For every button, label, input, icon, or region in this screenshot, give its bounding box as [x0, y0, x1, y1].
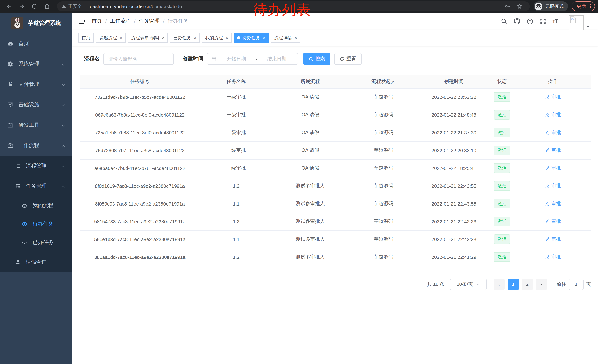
- url-host: dashboard.yudao.iocoder.cn: [90, 4, 150, 9]
- gear-icon: [8, 61, 13, 67]
- tab-form-edit[interactable]: 流程表单-编辑×: [128, 33, 168, 43]
- incognito-icon: [535, 2, 542, 10]
- fullscreen-icon[interactable]: [540, 18, 546, 24]
- goto-page-input[interactable]: [569, 279, 583, 290]
- tab-todo-tasks[interactable]: 待办任务×: [234, 33, 269, 43]
- prev-page-button[interactable]: ‹: [493, 279, 505, 290]
- approve-link[interactable]: 审批: [545, 236, 561, 243]
- breadcrumb-task-mgmt[interactable]: 任务管理: [139, 18, 160, 24]
- avatar[interactable]: [569, 15, 583, 30]
- page-button-2[interactable]: 2: [522, 279, 533, 290]
- sidebar-item-home[interactable]: 首页: [0, 33, 72, 54]
- avatar-dropdown-caret-icon[interactable]: [586, 25, 590, 28]
- dashboard-icon: [8, 40, 13, 47]
- start-date-placeholder[interactable]: 开始日期: [219, 56, 254, 62]
- page-button-1[interactable]: 1: [507, 279, 519, 290]
- reload-icon[interactable]: [30, 1, 39, 11]
- total-count: 共 16 条: [427, 281, 445, 288]
- main-panel: 首页 / 工作流程 / 任务管理 / 待办任务: [72, 13, 598, 364]
- status-badge: 激活: [494, 199, 510, 209]
- help-icon[interactable]: [527, 18, 533, 24]
- sidebar-item-done-tasks[interactable]: 已办任务: [0, 233, 72, 252]
- tab-close-icon[interactable]: ×: [263, 36, 265, 40]
- date-range-picker[interactable]: 开始日期 - 结束日期: [207, 53, 298, 65]
- sidebar-item-system[interactable]: 系统管理: [0, 54, 72, 74]
- home-icon[interactable]: [42, 1, 52, 11]
- cell-create-time: 2022-01-21 22:42:23: [419, 212, 489, 230]
- browser-menu-dots-icon[interactable]: •••: [589, 4, 592, 8]
- sidebar-item-process-mgmt[interactable]: 流程管理: [0, 155, 72, 176]
- tab-close-icon[interactable]: ×: [162, 36, 165, 40]
- process-name-input[interactable]: [103, 53, 174, 65]
- tab-start-process[interactable]: 发起流程×: [96, 33, 126, 43]
- tab-close-icon[interactable]: ×: [295, 36, 297, 40]
- screen: 不安全 dashboard.yudao.iocoder.cn/bpm/task/…: [0, 0, 598, 364]
- incognito-label: 无痕模式: [545, 3, 564, 9]
- page-content: 流程名 创建时间 开始日期 - 结束日期 搜索: [72, 46, 598, 290]
- cell-task-name: 1.2: [200, 248, 272, 266]
- approve-link[interactable]: 审批: [545, 147, 561, 154]
- cell-task-id: 75d72608-7b7f-11ec-a3c8-acde48001122: [80, 141, 200, 159]
- approve-link[interactable]: 审批: [545, 183, 561, 189]
- url-path: /bpm/task/todo: [150, 4, 182, 9]
- approve-link[interactable]: 审批: [545, 218, 561, 225]
- sidebar-item-payment[interactable]: ¥ 支付管理: [0, 74, 72, 94]
- sidebar-item-infrastructure[interactable]: 基础设施: [0, 94, 72, 115]
- table-header-row: 任务编号 任务名称 所属流程 流程发起人 创建时间 状态 操作: [80, 75, 591, 88]
- tab-close-icon[interactable]: ×: [120, 36, 122, 40]
- status-badge: 激活: [494, 163, 510, 173]
- breadcrumb-home[interactable]: 首页: [91, 18, 102, 24]
- cell-task-id: 069c6a63-7b8a-11ec-8ef0-acde48001122: [80, 106, 200, 124]
- tab-label: 流程详情: [274, 35, 292, 41]
- prev-page-icon: ‹: [498, 281, 500, 287]
- font-size-icon[interactable]: TT: [553, 18, 558, 24]
- approve-link[interactable]: 审批: [545, 254, 561, 260]
- forward-icon[interactable]: [17, 1, 27, 11]
- approve-link[interactable]: 审批: [545, 94, 561, 100]
- star-icon[interactable]: [515, 1, 524, 11]
- table-row: 725a1eb6-7b88-11ec-8ef0-acde48001122 一级审…: [80, 124, 591, 141]
- approve-link[interactable]: 审批: [545, 112, 561, 118]
- tab-close-icon[interactable]: ×: [194, 36, 196, 40]
- broken-image-icon: [570, 16, 576, 23]
- list-tree-icon: [15, 163, 21, 169]
- breadcrumb-workflow[interactable]: 工作流程: [110, 18, 131, 24]
- search-icon[interactable]: [501, 18, 507, 24]
- tab-home[interactable]: 首页×: [78, 33, 94, 43]
- col-status: 状态: [489, 75, 515, 88]
- tab-my-process[interactable]: 我的流程×: [202, 33, 232, 43]
- page-size-select[interactable]: 10条/页: [450, 279, 487, 290]
- approve-link[interactable]: 审批: [545, 165, 561, 171]
- approve-link-label: 审批: [551, 236, 561, 243]
- back-icon[interactable]: [4, 1, 14, 11]
- status-badge: 激活: [494, 92, 510, 102]
- approve-link[interactable]: 审批: [545, 200, 561, 207]
- approve-link-label: 审批: [551, 94, 561, 100]
- reset-button[interactable]: 重置: [334, 53, 362, 65]
- end-date-placeholder[interactable]: 结束日期: [259, 56, 294, 62]
- sidebar-item-devtools[interactable]: 研发工具: [0, 115, 72, 135]
- approve-link[interactable]: 审批: [545, 129, 561, 136]
- tab-close-icon[interactable]: ×: [226, 36, 228, 40]
- sidebar-item-my-process[interactable]: 我的流程: [0, 196, 72, 215]
- sidebar-item-leave-query[interactable]: 请假查询: [0, 252, 72, 272]
- search-button[interactable]: 搜索: [303, 53, 331, 65]
- sidebar-item-task-mgmt[interactable]: 任务管理: [0, 176, 72, 196]
- not-secure-warning-icon[interactable]: [61, 4, 68, 9]
- sidebar-item-workflow[interactable]: 工作流程: [0, 135, 72, 155]
- logo-row[interactable]: 芋道管理系统: [0, 13, 72, 33]
- sidebar-collapse-icon[interactable]: [78, 17, 86, 25]
- tab-process-detail[interactable]: 流程详情×: [271, 33, 300, 43]
- refresh-icon: [340, 57, 345, 61]
- chevron-down-icon: [61, 163, 66, 168]
- github-icon[interactable]: [514, 18, 520, 24]
- edit-icon: [545, 130, 550, 135]
- sidebar-item-todo-tasks[interactable]: 待办任务: [0, 215, 72, 233]
- next-page-button[interactable]: ›: [536, 279, 547, 290]
- chrome-update-button[interactable]: 更新 •••: [572, 1, 595, 11]
- key-icon[interactable]: [503, 1, 512, 11]
- sidebar-item-label: 基础设施: [18, 101, 39, 108]
- cell-starter: 芋道源码: [348, 159, 419, 177]
- tab-done-tasks[interactable]: 已办任务×: [170, 33, 200, 43]
- edit-icon: [545, 166, 550, 170]
